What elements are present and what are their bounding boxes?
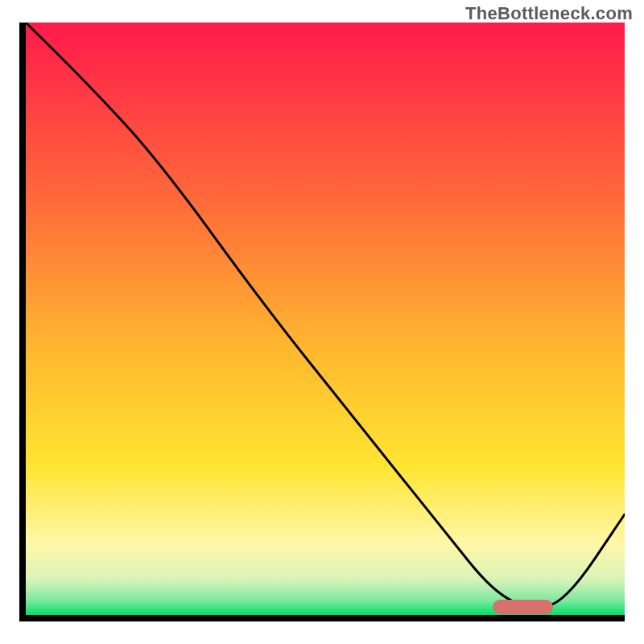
y-axis: [19, 23, 26, 621]
plot-area: [26, 23, 625, 615]
gradient-backdrop: [26, 23, 625, 615]
x-axis: [19, 615, 625, 621]
sweet-spot-marker: [493, 600, 552, 614]
watermark-text: TheBottleneck.com: [465, 3, 633, 24]
plot-svg: [26, 23, 625, 615]
